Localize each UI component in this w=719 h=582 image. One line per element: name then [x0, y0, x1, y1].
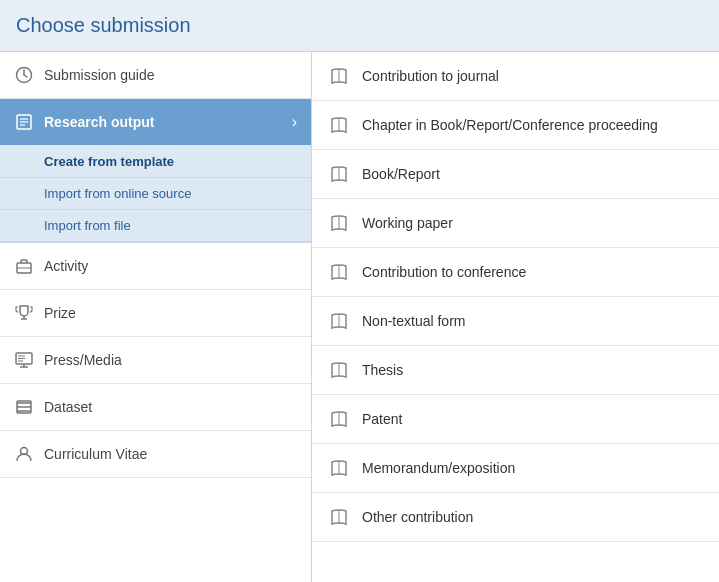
right-item-chapter-book-label: Chapter in Book/Report/Conference procee… — [362, 117, 658, 133]
briefcase-icon — [14, 256, 34, 276]
sidebar-item-press-media[interactable]: Press/Media — [0, 337, 311, 384]
right-item-working-paper[interactable]: Working paper — [312, 199, 719, 248]
sidebar-item-prize[interactable]: Prize — [0, 290, 311, 337]
monitor-icon — [14, 350, 34, 370]
right-item-other-contribution[interactable]: Other contribution — [312, 493, 719, 542]
right-item-contribution-conference[interactable]: Contribution to conference — [312, 248, 719, 297]
book-open-icon-6 — [328, 359, 350, 381]
clock-icon — [14, 65, 34, 85]
right-item-non-textual-form[interactable]: Non-textual form — [312, 297, 719, 346]
sidebar-subitem-import-file-label: Import from file — [44, 218, 131, 233]
book-open-icon-5 — [328, 310, 350, 332]
sidebar-subitem-import-online-label: Import from online source — [44, 186, 191, 201]
sidebar-item-activity-label: Activity — [44, 258, 88, 274]
right-item-patent-label: Patent — [362, 411, 402, 427]
right-item-contribution-conference-label: Contribution to conference — [362, 264, 526, 280]
right-item-contribution-journal[interactable]: Contribution to journal — [312, 52, 719, 101]
book-open-icon-8 — [328, 457, 350, 479]
book-open-icon-1 — [328, 114, 350, 136]
chevron-right-icon: › — [292, 113, 297, 131]
sidebar-item-press-media-label: Press/Media — [44, 352, 122, 368]
right-item-memorandum-label: Memorandum/exposition — [362, 460, 515, 476]
book-open-icon-4 — [328, 261, 350, 283]
book-open-icon-7 — [328, 408, 350, 430]
right-item-patent[interactable]: Patent — [312, 395, 719, 444]
right-item-thesis[interactable]: Thesis — [312, 346, 719, 395]
sidebar-subitem-create-label: Create from template — [44, 154, 174, 169]
sidebar-item-dataset[interactable]: Dataset — [0, 384, 311, 431]
right-item-chapter-book[interactable]: Chapter in Book/Report/Conference procee… — [312, 101, 719, 150]
right-item-contribution-journal-label: Contribution to journal — [362, 68, 499, 84]
sidebar-item-submission-guide-label: Submission guide — [44, 67, 155, 83]
right-item-working-paper-label: Working paper — [362, 215, 453, 231]
page-title: Choose submission — [16, 14, 703, 37]
sidebar-item-research-output[interactable]: Research output › — [0, 99, 311, 146]
book-icon-active — [14, 112, 34, 132]
sidebar-item-curriculum-vitae-label: Curriculum Vitae — [44, 446, 147, 462]
book-open-icon-3 — [328, 212, 350, 234]
sidebar-item-activity[interactable]: Activity — [0, 243, 311, 290]
trophy-icon — [14, 303, 34, 323]
sidebar-subitems: Create from template Import from online … — [0, 146, 311, 243]
page-header: Choose submission — [0, 0, 719, 52]
book-open-icon-9 — [328, 506, 350, 528]
right-item-book-report[interactable]: Book/Report — [312, 150, 719, 199]
sidebar-item-submission-guide[interactable]: Submission guide — [0, 52, 311, 99]
right-item-non-textual-form-label: Non-textual form — [362, 313, 465, 329]
book-open-icon-0 — [328, 65, 350, 87]
right-item-memorandum[interactable]: Memorandum/exposition — [312, 444, 719, 493]
person-icon — [14, 444, 34, 464]
sidebar-item-prize-label: Prize — [44, 305, 76, 321]
book-open-icon-2 — [328, 163, 350, 185]
sidebar: Submission guide Research output › Creat… — [0, 52, 312, 582]
right-item-thesis-label: Thesis — [362, 362, 403, 378]
sidebar-subitem-create-from-template[interactable]: Create from template — [0, 146, 311, 178]
sidebar-subitem-import-file[interactable]: Import from file — [0, 210, 311, 242]
svg-line-2 — [24, 75, 27, 77]
sidebar-subitem-import-online[interactable]: Import from online source — [0, 178, 311, 210]
right-item-book-report-label: Book/Report — [362, 166, 440, 182]
layers-icon — [14, 397, 34, 417]
sidebar-item-research-output-label: Research output — [44, 114, 154, 130]
right-panel: Contribution to journal Chapter in Book/… — [312, 52, 719, 582]
sidebar-item-curriculum-vitae[interactable]: Curriculum Vitae — [0, 431, 311, 478]
right-item-other-contribution-label: Other contribution — [362, 509, 473, 525]
sidebar-item-dataset-label: Dataset — [44, 399, 92, 415]
main-layout: Submission guide Research output › Creat… — [0, 52, 719, 582]
